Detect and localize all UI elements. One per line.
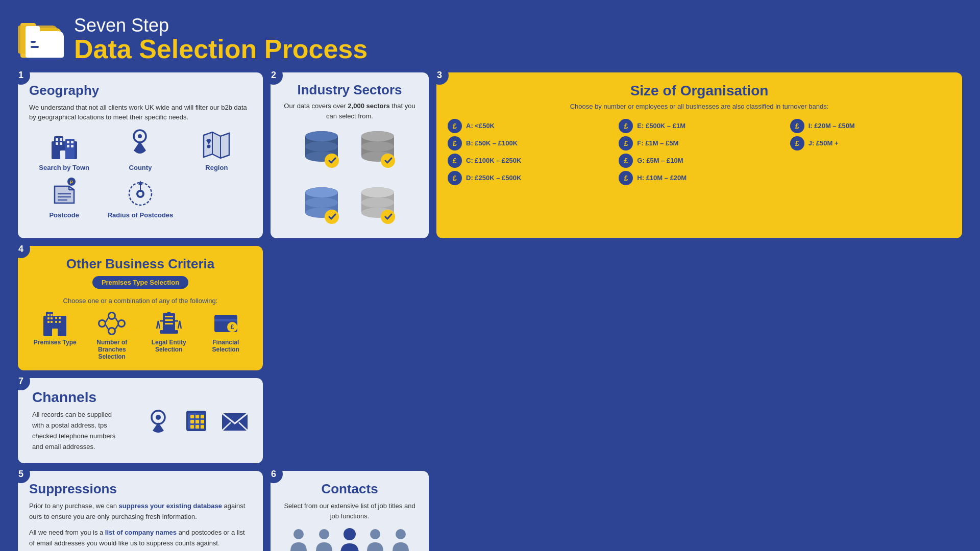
turnover-f: £ F: £1M – £5M: [619, 136, 779, 151]
database-icon-4: [355, 182, 401, 228]
person-icon-3: [339, 527, 360, 551]
svg-point-51: [361, 187, 394, 197]
svg-point-101: [156, 415, 161, 420]
step6-badge: 6: [264, 465, 283, 483]
map-pin-icon: [124, 130, 157, 161]
svg-rect-108: [195, 420, 199, 423]
turnover-label-j: J: £50M +: [808, 139, 839, 147]
svg-rect-86: [167, 312, 170, 316]
svg-point-40: [381, 154, 395, 168]
step5-badge: 5: [12, 465, 30, 483]
legal-icon: [155, 311, 183, 336]
turnover-e: £ E: £500K – £1M: [619, 119, 779, 133]
svg-rect-68: [59, 317, 61, 319]
step4-badge: 4: [12, 240, 30, 258]
geo-label-region: Region: [205, 164, 228, 171]
turnover-i: £ I: £20M – £50M: [790, 119, 951, 133]
financial-icon: £: [212, 311, 240, 336]
criteria-premises: Premises Type: [29, 311, 81, 346]
svg-rect-67: [55, 317, 57, 319]
pound-icon-b: £: [448, 136, 462, 151]
database-icon-2: [355, 126, 401, 172]
svg-rect-8: [71, 141, 74, 143]
svg-rect-97: [214, 319, 237, 321]
svg-rect-61: [47, 314, 50, 316]
step1-desc: We understand that not all clients work …: [29, 103, 252, 122]
geo-item-county: County: [105, 130, 175, 171]
svg-rect-107: [190, 420, 194, 423]
city-icon: [47, 130, 81, 161]
step3-title: Size of Organisation: [448, 83, 951, 99]
geo-item-radius: Radius of Postcodes: [105, 178, 175, 219]
svg-point-56: [370, 529, 380, 539]
step2-title: Industry Sectors: [282, 83, 418, 97]
step2-badge: 2: [264, 66, 283, 85]
header-icon: [18, 19, 64, 58]
step4-desc: Choose one or a combination of any of th…: [29, 297, 252, 305]
header-text: Seven Step Data Selection Process: [74, 15, 368, 62]
criteria-label-branches: Number of Branches Selection: [86, 339, 138, 360]
step1-badge: 1: [12, 66, 30, 85]
person-icon-5: [390, 527, 411, 551]
criteria-label-premises: Premises Type: [34, 339, 77, 346]
step7-desc: All records can be supplied with a posta…: [32, 410, 124, 452]
svg-rect-71: [52, 329, 58, 336]
svg-rect-5: [56, 142, 58, 145]
geo-item-region: Region: [182, 130, 252, 171]
svg-point-46: [325, 210, 339, 224]
turnover-g: £ G: £5M – £10M: [619, 154, 779, 168]
svg-point-39: [361, 131, 394, 141]
svg-rect-93: [165, 316, 173, 317]
svg-rect-62: [51, 314, 53, 316]
step2-desc: Our data covers over 2,000 sectors that …: [282, 101, 418, 121]
svg-rect-4: [60, 138, 62, 141]
svg-rect-11: [60, 151, 65, 159]
svg-point-81: [109, 313, 114, 318]
svg-point-16: [207, 145, 211, 148]
turnover-label-i: I: £20M – £50M: [808, 122, 855, 130]
premises-badge: Premises Type Selection: [92, 276, 188, 289]
step6-desc: Select from our extensive list of job ti…: [282, 501, 418, 521]
svg-point-26: [138, 192, 142, 196]
svg-line-78: [115, 325, 118, 329]
header-title: Data Selection Process: [74, 36, 368, 62]
step4-title: Other Business Criteria: [29, 256, 252, 272]
svg-rect-112: [201, 425, 204, 429]
step6-title: Contacts: [282, 481, 418, 497]
step5-para1: Prior to any purchase, we can suppress y…: [29, 501, 252, 522]
svg-rect-6: [60, 142, 62, 145]
turnover-label-b: B: £50K – £100K: [466, 139, 518, 147]
pound-icon-d: £: [448, 171, 462, 185]
email-channel-icon: [220, 407, 249, 435]
top-row: 1 Geography We understand that not all c…: [18, 72, 962, 239]
radius-icon: [124, 178, 157, 208]
step7-title: Channels: [32, 389, 124, 406]
pound-icon-a: £: [448, 119, 462, 133]
branches-icon: [98, 311, 126, 336]
step2-card: 2 Industry Sectors Our data covers over …: [271, 72, 429, 239]
svg-point-54: [319, 529, 329, 539]
svg-point-55: [344, 528, 356, 540]
svg-rect-85: [160, 330, 178, 334]
step3-badge: 3: [430, 66, 449, 85]
turnover-b: £ B: £50K – £100K: [448, 136, 608, 151]
criteria-label-legal: Legal Entity Selection: [143, 339, 195, 353]
turnover-label-a: A: <£50K: [466, 122, 495, 130]
svg-rect-63: [47, 317, 50, 319]
svg-point-83: [109, 329, 114, 334]
geo-item-town: Search by Town: [29, 130, 99, 171]
svg-rect-110: [190, 425, 194, 429]
svg-point-80: [100, 321, 105, 326]
person-icon-2: [313, 527, 335, 551]
svg-line-77: [115, 318, 118, 322]
svg-line-79: [106, 325, 108, 329]
svg-point-50: [361, 197, 394, 208]
turnover-label-h: H: £10M – £20M: [637, 174, 687, 182]
postcode-icon: P: [47, 178, 81, 208]
svg-point-52: [381, 210, 395, 224]
turnover-label-f: F: £1M – £5M: [637, 139, 678, 147]
step1-title: Geography: [29, 83, 252, 98]
pound-icon-h: £: [619, 171, 633, 185]
svg-point-38: [361, 141, 394, 152]
step3-card: 3 Size of Organisation Choose by number …: [436, 72, 962, 239]
